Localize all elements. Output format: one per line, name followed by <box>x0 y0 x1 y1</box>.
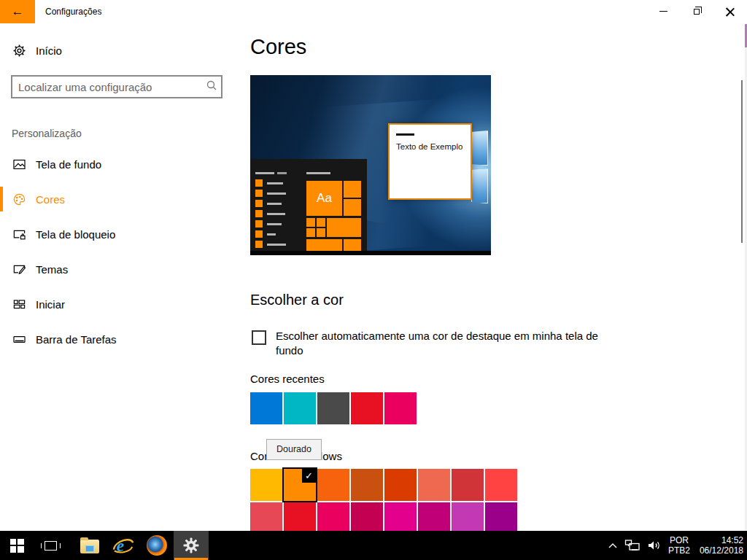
lock-screen-icon <box>12 228 26 241</box>
color-swatch[interactable] <box>317 392 349 424</box>
sidebar-item-label: Cores <box>36 193 65 206</box>
color-swatch[interactable] <box>418 469 450 501</box>
back-button[interactable]: ← <box>0 0 35 23</box>
preview-tile <box>317 228 325 237</box>
task-view-button[interactable] <box>34 531 67 560</box>
sidebar-item-home[interactable]: Início <box>12 44 62 58</box>
volume-icon[interactable] <box>647 539 662 552</box>
color-swatch[interactable] <box>250 392 282 424</box>
preview-sample-window: Texto de Exemplo <box>388 123 472 200</box>
recent-colors-row <box>250 392 417 424</box>
color-tooltip: Dourado <box>266 439 322 460</box>
settings-search-box[interactable] <box>11 75 222 98</box>
restore-icon <box>694 9 700 15</box>
color-swatch[interactable] <box>284 392 316 424</box>
search-icon[interactable] <box>202 79 221 94</box>
color-swatch[interactable] <box>317 469 349 501</box>
preview-tile <box>306 228 315 237</box>
window-title: Configurações <box>45 0 101 23</box>
selected-check-icon: ✓ <box>302 469 316 483</box>
close-button[interactable] <box>713 0 747 23</box>
preview-menu-line <box>255 172 274 174</box>
sidebar-item-start[interactable]: Iniciar <box>0 287 250 322</box>
preview-accent-tile: Aa <box>306 181 342 216</box>
color-swatch[interactable] <box>384 392 417 424</box>
color-swatch[interactable] <box>351 502 383 534</box>
color-swatch[interactable] <box>384 469 417 501</box>
auto-accent-checkbox-row[interactable]: Escolher automaticamente uma cor de dest… <box>252 329 604 358</box>
title-bar: ← Configurações <box>0 0 747 23</box>
desktop-screen: ← Configurações Início <box>0 0 747 560</box>
preview-menu-line <box>277 172 287 174</box>
sidebar-item-colors[interactable]: Cores <box>0 182 250 217</box>
start-button[interactable] <box>0 531 34 560</box>
language-code: POR <box>668 535 690 545</box>
preview-taskbar-strip <box>250 251 491 255</box>
sidebar-item-lockscreen[interactable]: Tela de bloqueio <box>0 217 250 252</box>
page-title: Cores <box>250 35 306 59</box>
file-explorer-button[interactable] <box>73 531 107 560</box>
file-explorer-icon <box>80 540 99 553</box>
windows-logo-pane <box>471 168 488 203</box>
color-swatch[interactable] <box>452 469 484 501</box>
minimize-button[interactable] <box>646 0 680 23</box>
sidebar-item-label: Temas <box>36 263 68 276</box>
color-swatch[interactable] <box>485 502 517 534</box>
taskbar-icon <box>12 332 26 346</box>
color-swatch[interactable] <box>317 502 349 534</box>
windows-taskbar: e <box>0 531 747 560</box>
window-controls <box>646 0 747 23</box>
color-swatch[interactable] <box>284 502 316 534</box>
preview-tile <box>327 218 361 237</box>
recent-colors-heading: Cores recentes <box>250 373 325 385</box>
sidebar-item-taskbar[interactable]: Barra de Tarefas <box>0 322 250 357</box>
sidebar-item-label: Barra de Tarefas <box>36 333 117 346</box>
sidebar-item-label: Tela de bloqueio <box>36 228 115 241</box>
color-preview-image: Aa Texto de Exemplo <box>250 75 491 255</box>
internet-explorer-icon: e <box>112 534 134 556</box>
hidden-icons-chevron[interactable] <box>608 542 618 549</box>
picture-icon <box>12 158 26 171</box>
preview-tile <box>344 199 361 216</box>
back-arrow-icon: ← <box>12 4 24 18</box>
choose-color-heading: Escolher a cor <box>250 292 344 308</box>
color-swatch[interactable] <box>351 392 383 424</box>
auto-accent-checkbox[interactable] <box>252 330 266 345</box>
firefox-icon <box>147 535 167 556</box>
color-swatch[interactable] <box>452 502 484 534</box>
windows-logo-icon <box>10 539 24 553</box>
settings-gear-icon <box>182 537 200 554</box>
sidebar-item-label: Tela de fundo <box>36 158 101 171</box>
firefox-button[interactable] <box>140 531 174 560</box>
language-indicator[interactable]: POR PTB2 <box>668 535 690 556</box>
scrollbar-thumb[interactable] <box>741 80 743 243</box>
palette-icon <box>12 192 26 206</box>
system-tray: POR PTB2 14:52 06/12/2018 <box>608 531 743 560</box>
search-input[interactable] <box>12 81 202 93</box>
color-swatch[interactable] <box>485 469 517 501</box>
sidebar-item-background[interactable]: Tela de fundo <box>0 147 250 182</box>
clock[interactable]: 14:52 06/12/2018 <box>697 535 743 556</box>
internet-explorer-button[interactable]: e <box>107 531 140 560</box>
color-swatch[interactable] <box>250 469 282 501</box>
color-swatch-selected[interactable]: ✓ <box>284 469 316 501</box>
gear-icon <box>12 44 26 58</box>
network-icon[interactable] <box>624 539 640 552</box>
color-swatch[interactable] <box>384 502 417 534</box>
preview-tiles-line <box>306 172 330 174</box>
auto-accent-label: Escolher automaticamente uma cor de dest… <box>276 329 604 358</box>
colors-settings-page: Cores Aa <box>250 23 737 531</box>
close-icon <box>726 7 735 16</box>
settings-app-button[interactable] <box>174 531 209 560</box>
color-swatch[interactable] <box>250 502 282 534</box>
sidebar-section-label: Personalização <box>12 128 82 139</box>
sidebar-item-themes[interactable]: Temas <box>0 252 250 287</box>
start-tiles-icon <box>12 298 26 311</box>
restore-button[interactable] <box>680 0 713 23</box>
color-swatch[interactable] <box>351 469 383 501</box>
color-swatch[interactable] <box>418 502 450 534</box>
clock-time: 14:52 <box>697 535 743 545</box>
sample-window-titlebar-line <box>396 133 414 136</box>
windows-colors-row <box>250 502 517 534</box>
preview-tile <box>306 218 315 227</box>
